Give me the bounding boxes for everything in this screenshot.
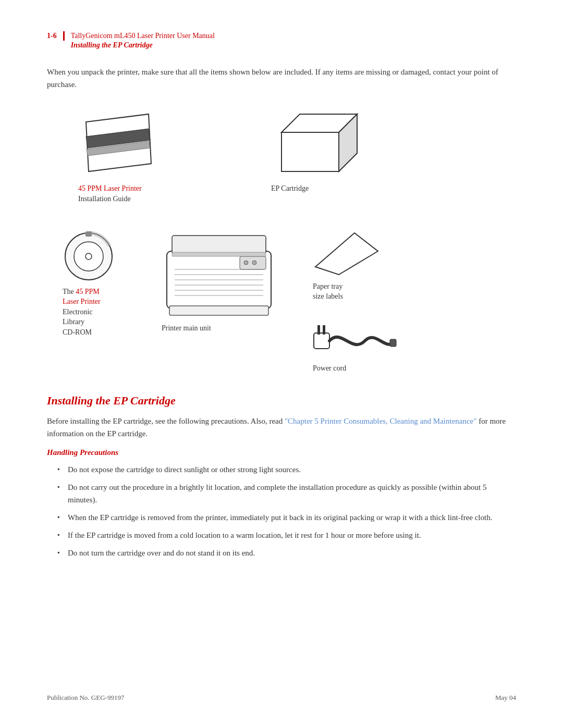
publication-number: Publication No. GEG-99197 [47,694,124,702]
intro-paragraph: When you unpack the printer, make sure t… [47,66,516,91]
installation-guide-image [78,112,156,179]
items-row-2: The 45 PPMLaser Printer ElectronicLibrar… [63,230,516,374]
items-row-1: 45 PPM Laser Printer Installation Guide … [78,112,516,204]
power-cord-label: Power cord [313,363,346,374]
ep-cartridge-label: EP Cartridge [271,183,309,194]
bullet-3: When the EP cartridge is removed from th… [57,511,516,524]
item-cdrom: The 45 PPMLaser Printer ElectronicLibrar… [63,230,130,338]
bullet-4: If the EP cartridge is moved from a cold… [57,529,516,541]
svg-rect-9 [85,231,92,237]
page: 1-6 TallyGenicom mL450 Laser Printer Use… [0,0,563,728]
svg-rect-26 [323,325,325,335]
cdrom-label-prefix: The [63,288,76,295]
svg-rect-18 [169,306,268,315]
cdrom-label: The 45 PPMLaser Printer ElectronicLibrar… [63,287,101,338]
svg-marker-23 [315,233,378,275]
installation-guide-label: 45 PPM Laser Printer Installation Guide [78,183,142,204]
bullet-5: Do not turn the cartridge over and do no… [57,547,516,559]
item-power-cord: Power cord [313,323,396,374]
page-footer: Publication No. GEG-99197 May 04 [47,694,516,702]
installation-guide-label-red: 45 PPM Laser Printer [78,184,142,192]
installing-section: Installing the EP Cartridge Before insta… [47,394,516,559]
svg-rect-24 [314,333,329,349]
handling-precautions-heading: Handling Precautions [47,448,516,457]
svg-point-8 [85,253,92,260]
printer-main-image [162,230,282,319]
manual-title: TallyGenicom mL450 Laser Printer User Ma… [71,31,215,41]
ep-cartridge-image [271,112,360,179]
chapter5-link[interactable]: "Chapter 5 Printer Consumables, Cleaning… [285,417,476,425]
svg-rect-22 [172,252,266,256]
paper-tray-image [313,230,381,277]
page-number: 1-6 [47,31,65,41]
installation-guide-label-black: Installation Guide [78,195,131,203]
installing-section-intro: Before installing the EP cartridge, see … [47,415,516,440]
svg-rect-3 [282,132,339,171]
item-printer-main: Printer main unit [162,230,282,334]
svg-point-21 [252,261,256,265]
cdrom-label-suffix: ElectronicLibraryCD-ROM [63,308,93,336]
printer-main-label: Printer main unit [162,323,211,334]
svg-rect-11 [172,236,266,254]
page-header: 1-6 TallyGenicom mL450 Laser Printer Use… [47,31,516,50]
installing-section-heading: Installing the EP Cartridge [47,394,516,408]
item-paper-tray: Paper traysize labels [313,230,396,302]
bullet-2: Do not carry out the procedure in a brig… [57,481,516,506]
svg-rect-25 [317,325,320,335]
svg-point-20 [244,261,248,265]
header-text: TallyGenicom mL450 Laser Printer User Ma… [71,31,215,50]
power-cord-image [313,323,396,359]
item-ep-cartridge: EP Cartridge [271,112,360,194]
cdrom-image [63,230,115,282]
publication-date: May 04 [495,694,516,702]
svg-rect-27 [390,339,396,347]
section-title: Installing the EP Cartridge [71,41,215,50]
paper-tray-label: Paper traysize labels [313,281,343,302]
bullet-1: Do not expose the cartridge to direct su… [57,463,516,476]
item-installation-guide: 45 PPM Laser Printer Installation Guide [78,112,156,204]
row2-right-items: Paper traysize labels [313,230,427,374]
handling-precautions-list: Do not expose the cartridge to direct su… [47,463,516,559]
